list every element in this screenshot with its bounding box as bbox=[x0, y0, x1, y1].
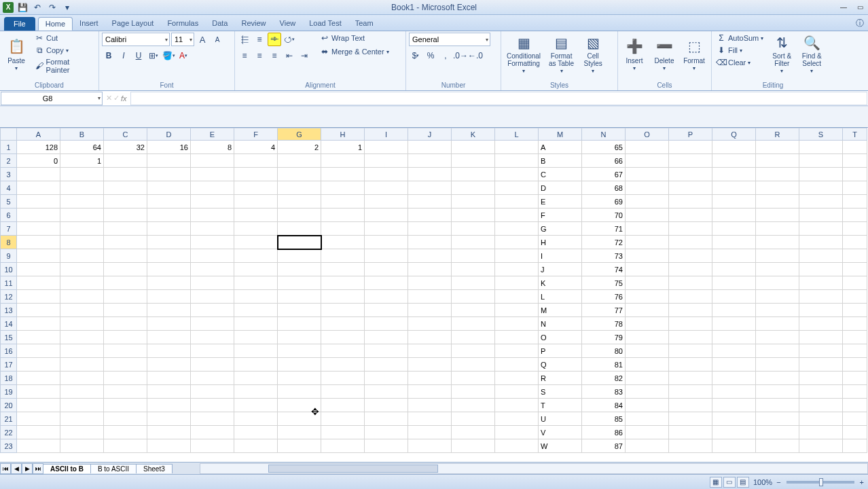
cell-A9[interactable] bbox=[17, 249, 60, 263]
cell-G15[interactable] bbox=[278, 331, 321, 344]
row-header-10[interactable]: 10 bbox=[1, 263, 17, 276]
cell-C22[interactable] bbox=[104, 426, 147, 439]
cell-S13[interactable] bbox=[799, 304, 843, 317]
cell-Q10[interactable] bbox=[712, 263, 756, 276]
cell-G17[interactable] bbox=[278, 358, 321, 372]
cell-H11[interactable] bbox=[321, 276, 365, 290]
font-name-combo[interactable]: Calibri▾ bbox=[102, 33, 170, 46]
percent-button[interactable]: % bbox=[424, 49, 437, 62]
cell-A11[interactable] bbox=[17, 276, 60, 290]
cell-T23[interactable] bbox=[843, 439, 867, 453]
cell-L5[interactable] bbox=[495, 195, 539, 209]
row-header-6[interactable]: 6 bbox=[1, 209, 17, 222]
cell-J4[interactable] bbox=[408, 181, 452, 195]
tab-team[interactable]: Team bbox=[348, 17, 380, 31]
tab-formulas[interactable]: Formulas bbox=[160, 17, 205, 31]
col-header-R[interactable]: R bbox=[756, 128, 799, 141]
cell-Q22[interactable] bbox=[712, 426, 756, 439]
cell-B12[interactable] bbox=[60, 290, 104, 304]
cell-J5[interactable] bbox=[408, 195, 452, 209]
cell-D1[interactable]: 16 bbox=[147, 141, 191, 154]
cell-E21[interactable] bbox=[191, 412, 234, 426]
cell-I14[interactable] bbox=[365, 317, 408, 331]
cell-A17[interactable] bbox=[17, 358, 60, 372]
cell-F20[interactable] bbox=[234, 399, 278, 412]
cell-A4[interactable] bbox=[17, 181, 60, 195]
col-header-G[interactable]: G bbox=[278, 128, 321, 141]
cell-I22[interactable] bbox=[365, 426, 408, 439]
cell-Q20[interactable] bbox=[712, 399, 756, 412]
cell-O20[interactable] bbox=[626, 399, 669, 412]
cancel-fx-icon[interactable]: ✕ bbox=[106, 94, 112, 103]
cell-Q21[interactable] bbox=[712, 412, 756, 426]
cell-Q17[interactable] bbox=[712, 358, 756, 372]
cell-E9[interactable] bbox=[191, 249, 234, 263]
cell-D15[interactable] bbox=[147, 331, 191, 344]
cell-P21[interactable] bbox=[669, 412, 712, 426]
cell-E14[interactable] bbox=[191, 317, 234, 331]
cell-F17[interactable] bbox=[234, 358, 278, 372]
decrease-decimal-button[interactable]: ←.0 bbox=[469, 49, 482, 62]
row-header-14[interactable]: 14 bbox=[1, 317, 17, 331]
help-icon[interactable]: ⓘ bbox=[856, 18, 864, 29]
cell-I16[interactable] bbox=[365, 344, 408, 358]
cell-K9[interactable] bbox=[452, 249, 495, 263]
cell-I15[interactable] bbox=[365, 331, 408, 344]
cell-B7[interactable] bbox=[60, 222, 104, 236]
cell-E12[interactable] bbox=[191, 290, 234, 304]
cell-E6[interactable] bbox=[191, 209, 234, 222]
cell-D12[interactable] bbox=[147, 290, 191, 304]
cell-J20[interactable] bbox=[408, 399, 452, 412]
cell-H6[interactable] bbox=[321, 209, 365, 222]
tab-home[interactable]: Home bbox=[38, 17, 73, 31]
cell-K8[interactable] bbox=[452, 236, 495, 249]
cell-G5[interactable] bbox=[278, 195, 321, 209]
cell-P15[interactable] bbox=[669, 331, 712, 344]
cell-E10[interactable] bbox=[191, 263, 234, 276]
format-as-table-button[interactable]: ▤Format as Table▾ bbox=[546, 33, 577, 76]
cell-L10[interactable] bbox=[495, 263, 539, 276]
cell-F12[interactable] bbox=[234, 290, 278, 304]
cell-A12[interactable] bbox=[17, 290, 60, 304]
cell-F18[interactable] bbox=[234, 372, 278, 385]
cell-A3[interactable] bbox=[17, 168, 60, 181]
cell-C2[interactable] bbox=[104, 154, 147, 168]
align-middle-button[interactable]: ≡ bbox=[253, 33, 266, 46]
cell-J23[interactable] bbox=[408, 439, 452, 453]
cell-Q13[interactable] bbox=[712, 304, 756, 317]
cell-A23[interactable] bbox=[17, 439, 60, 453]
copy-button[interactable]: ⧉Copy▾ bbox=[33, 45, 96, 56]
fill-button[interactable]: ⬇Fill▾ bbox=[715, 45, 765, 56]
autosum-button[interactable]: ΣAutoSum▾ bbox=[715, 33, 765, 43]
cell-T11[interactable] bbox=[843, 276, 867, 290]
cell-I5[interactable] bbox=[365, 195, 408, 209]
cell-K1[interactable] bbox=[452, 141, 495, 154]
cell-M10[interactable]: J bbox=[539, 263, 582, 276]
cell-N12[interactable]: 76 bbox=[582, 290, 626, 304]
cell-L2[interactable] bbox=[495, 154, 539, 168]
cell-G19[interactable] bbox=[278, 385, 321, 399]
cell-L7[interactable] bbox=[495, 222, 539, 236]
cell-H12[interactable] bbox=[321, 290, 365, 304]
select-all-corner[interactable] bbox=[1, 128, 17, 141]
cell-O1[interactable] bbox=[626, 141, 669, 154]
col-header-S[interactable]: S bbox=[799, 128, 843, 141]
cell-R9[interactable] bbox=[756, 249, 799, 263]
cell-S15[interactable] bbox=[799, 331, 843, 344]
cell-R14[interactable] bbox=[756, 317, 799, 331]
cell-H17[interactable] bbox=[321, 358, 365, 372]
align-bottom-button[interactable]: ⬲ bbox=[268, 33, 281, 46]
cell-H14[interactable] bbox=[321, 317, 365, 331]
cell-S20[interactable] bbox=[799, 399, 843, 412]
cell-T15[interactable] bbox=[843, 331, 867, 344]
cell-A22[interactable] bbox=[17, 426, 60, 439]
zoom-out-button[interactable]: − bbox=[776, 478, 780, 486]
cell-O11[interactable] bbox=[626, 276, 669, 290]
cell-I2[interactable] bbox=[365, 154, 408, 168]
cell-A10[interactable] bbox=[17, 263, 60, 276]
tab-data[interactable]: Data bbox=[205, 17, 234, 31]
cell-E7[interactable] bbox=[191, 222, 234, 236]
col-header-L[interactable]: L bbox=[495, 128, 539, 141]
cell-I17[interactable] bbox=[365, 358, 408, 372]
cell-E1[interactable]: 8 bbox=[191, 141, 234, 154]
